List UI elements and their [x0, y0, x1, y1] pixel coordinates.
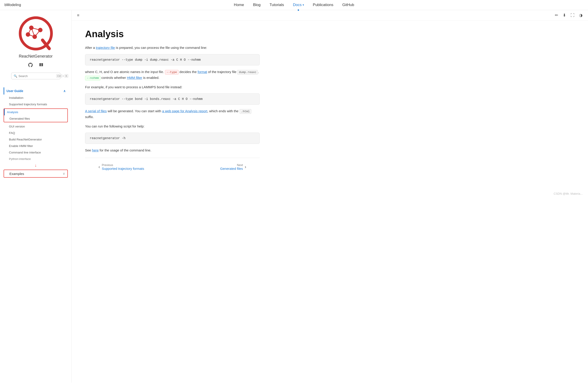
- nav-home[interactable]: Home: [234, 3, 244, 7]
- hmm-filter-link[interactable]: HMM filter: [127, 76, 142, 80]
- serial-files-link[interactable]: A serial of files: [85, 109, 107, 113]
- download-icon[interactable]: ⬇: [563, 13, 566, 18]
- prev-label: Previous: [102, 163, 144, 167]
- nav-publications[interactable]: Publications: [313, 3, 334, 7]
- content-toolbar: ≡ ✏ ⬇ ⛶ ◑: [72, 10, 588, 21]
- highlighted-nav-box: Analysis Generated files: [3, 108, 68, 122]
- red-arrow-icon: ↓: [3, 162, 68, 169]
- sidebar: ReacNetGenerator 🔍 Ctrl + K: [0, 10, 72, 383]
- sidebar-icons: [28, 62, 44, 69]
- nav-blog[interactable]: Blog: [253, 3, 261, 7]
- chevron-up-icon: ∧: [63, 89, 65, 93]
- nav-section-user-guide[interactable]: User Guide ∧: [3, 87, 68, 94]
- here-link[interactable]: here: [92, 148, 99, 152]
- format-link[interactable]: format: [198, 70, 207, 74]
- github-icon[interactable]: [28, 62, 33, 69]
- brand-name: bModeling: [4, 3, 21, 7]
- main-content: ≡ ✏ ⬇ ⛶ ◑ Analysis After a trajectory fi…: [72, 10, 588, 383]
- logo-image: [18, 16, 54, 51]
- trajectory-file-link[interactable]: trajectory file: [96, 46, 115, 49]
- paragraph-6: See here for the usage of the command li…: [85, 147, 260, 153]
- site-name: ReacNetGenerator: [19, 54, 53, 59]
- examples-nav-box: Examples ∨: [3, 170, 68, 178]
- top-nav: bModeling Home Blog Tutorials Docs ▾ Pub…: [0, 0, 588, 10]
- content-body: Analysis After a trajectory file is prep…: [72, 21, 273, 189]
- sidebar-logo-area: ReacNetGenerator 🔍 Ctrl + K: [0, 10, 71, 87]
- watermark: CSDN @Mr. Materia...: [72, 189, 588, 198]
- svg-line-7: [35, 30, 40, 37]
- expand-icon[interactable]: ⛶: [570, 13, 575, 18]
- web-page-link[interactable]: a web page for Analysis report: [162, 109, 207, 113]
- sidebar-item-analysis[interactable]: Analysis: [4, 109, 67, 115]
- sidebar-item-hmm[interactable]: Enable HMM filter: [3, 143, 68, 149]
- layout: ReacNetGenerator 🔍 Ctrl + K: [0, 10, 588, 383]
- hamburger-icon[interactable]: ≡: [77, 13, 80, 18]
- left-arrow-icon: ‹: [99, 164, 100, 169]
- code-block-1: reacnetgenerator --type dump -i dump.rea…: [85, 54, 260, 66]
- nav-links: Home Blog Tutorials Docs ▾ Publications …: [234, 3, 354, 7]
- code-block-2: reacnetgenerator --type bond -i bonds.re…: [85, 93, 260, 105]
- book-icon[interactable]: [39, 62, 44, 69]
- nav-section: User Guide ∧ Installation Supported traj…: [0, 87, 71, 178]
- chevron-down-icon: ▾: [303, 3, 304, 6]
- search-icon: 🔍: [14, 74, 17, 78]
- sidebar-item-build[interactable]: Build ReacNetGenerator: [3, 136, 68, 143]
- param-type: --type: [165, 70, 179, 75]
- nav-docs[interactable]: Docs ▾: [293, 3, 304, 7]
- search-input[interactable]: [19, 74, 56, 78]
- sidebar-item-examples[interactable]: Examples ∨: [4, 170, 67, 177]
- paragraph-2: where C, H, and O are atomic names in th…: [85, 69, 260, 81]
- param-dump: dump.reaxc: [237, 70, 258, 75]
- next-label: Next: [220, 163, 243, 167]
- nav-tutorials[interactable]: Tutorials: [270, 3, 284, 7]
- param-nohmm: --nohmm: [85, 76, 101, 80]
- right-arrow-icon: ›: [245, 164, 246, 169]
- sidebar-item-python[interactable]: Python interface: [3, 156, 68, 162]
- paragraph-4: A serial of files will be generated. You…: [85, 108, 260, 120]
- ctrl-key: Ctrl: [56, 74, 62, 78]
- paragraph-3: For example, if you want to process a LA…: [85, 84, 260, 90]
- toolbar-right: ✏ ⬇ ⛶ ◑: [555, 13, 583, 18]
- nav-github[interactable]: GitHub: [342, 3, 354, 7]
- chevron-down-icon: ∨: [63, 172, 65, 176]
- paragraph-1: After a trajectory file is prepared, you…: [85, 45, 260, 51]
- sidebar-item-installation[interactable]: Installation: [3, 94, 68, 101]
- sidebar-item-gui[interactable]: GUI version: [3, 123, 68, 130]
- param-html: .html: [239, 109, 251, 114]
- page-title: Analysis: [85, 29, 260, 39]
- edit-icon[interactable]: ✏: [555, 13, 558, 18]
- sidebar-item-faq[interactable]: FAQ: [3, 130, 68, 136]
- k-key: K: [64, 74, 68, 78]
- search-box[interactable]: 🔍 Ctrl + K: [11, 73, 61, 79]
- next-title: Generated files: [220, 167, 243, 170]
- search-shortcut: Ctrl + K: [56, 74, 68, 78]
- code-block-3: reacnetgenerator -h: [85, 133, 260, 144]
- bottom-nav: ‹ Previous Supported trajectory formats …: [85, 158, 260, 176]
- paragraph-5: You can run the following script for hel…: [85, 123, 260, 129]
- contrast-icon[interactable]: ◑: [579, 13, 583, 18]
- prev-title: Supported trajectory formats: [102, 167, 144, 170]
- sidebar-item-supported-trajectory[interactable]: Supported trajectory formats: [3, 101, 68, 108]
- sidebar-item-generated-files[interactable]: Generated files: [4, 115, 67, 122]
- next-nav[interactable]: › Next Generated files: [220, 163, 246, 170]
- prev-nav[interactable]: ‹ Previous Supported trajectory formats: [99, 163, 144, 170]
- toolbar-left: ≡: [77, 13, 80, 18]
- sidebar-item-cli[interactable]: Command line interface: [3, 149, 68, 156]
